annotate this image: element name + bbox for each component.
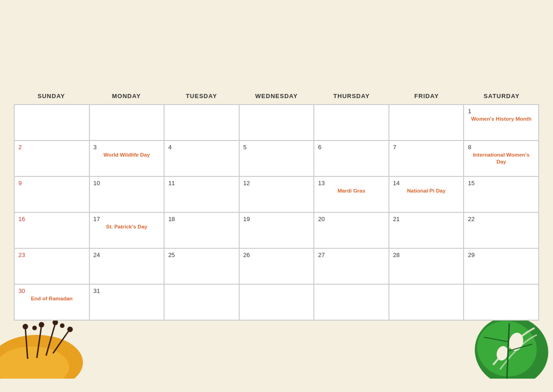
cell-date: 15 <box>468 180 535 187</box>
cell-date: 18 <box>168 216 235 222</box>
calendar-cell: 9 <box>14 176 89 212</box>
calendar-cell: 11 <box>164 176 239 212</box>
calendar-cell: 22 <box>464 212 539 248</box>
deco-bottom-left <box>0 316 101 380</box>
calendar-cell: 4 <box>164 140 239 176</box>
cell-date: 16 <box>18 216 85 222</box>
calendar-cell: 26 <box>239 248 314 284</box>
cell-date: 21 <box>393 216 460 222</box>
calendar-cell: 19 <box>239 212 314 248</box>
cell-date: 1 <box>468 108 535 115</box>
calendar-cell: 14National Pi Day <box>389 176 464 212</box>
calendar-cell <box>239 105 314 140</box>
cell-date: 17 <box>94 216 160 222</box>
cell-date: 27 <box>318 252 385 258</box>
footer <box>0 321 553 380</box>
calendar-cell: 25 <box>164 248 239 284</box>
calendar-cell: 15 <box>464 176 539 212</box>
day-header-saturday: SATURDAY <box>464 90 539 102</box>
cell-date: 29 <box>468 252 535 258</box>
calendar-cell <box>389 284 464 320</box>
svg-point-30 <box>39 322 44 328</box>
svg-point-32 <box>23 324 28 329</box>
calendar-cell: 20 <box>314 212 389 248</box>
header <box>0 0 553 90</box>
day-header-tuesday: TUESDAY <box>164 90 239 102</box>
cell-date: 5 <box>243 144 310 151</box>
cell-date: 31 <box>94 287 160 294</box>
cell-date: 25 <box>168 252 235 258</box>
calendar-cell: 29 <box>464 248 539 284</box>
calendar-cell: 10 <box>89 176 165 212</box>
svg-point-35 <box>60 323 65 328</box>
cell-date: 11 <box>168 180 235 187</box>
calendar-cell: 2 <box>14 140 89 176</box>
calendar-cell: 1Women's History Month <box>464 105 539 140</box>
cell-event: World Wildlife Day <box>94 152 160 158</box>
calendar-cell: 27 <box>314 248 389 284</box>
cell-date: 2 <box>18 144 85 151</box>
calendar-cell: 23 <box>14 248 89 284</box>
calendar-cell <box>389 105 464 140</box>
cell-date: 26 <box>243 252 310 258</box>
calendar-cell: 8International Women's Day <box>464 140 539 176</box>
calendar-cell: 3World Wildlife Day <box>89 140 165 176</box>
calendar-cell: 7 <box>389 140 464 176</box>
cell-date: 23 <box>18 252 85 258</box>
cell-date: 22 <box>468 216 535 222</box>
svg-point-33 <box>67 327 73 332</box>
calendar-cell: 6 <box>314 140 389 176</box>
cell-date: 20 <box>318 216 385 222</box>
svg-point-34 <box>32 326 37 330</box>
cell-event: National Pi Day <box>393 187 460 194</box>
cell-event: St. Patrick's Day <box>94 223 160 230</box>
calendar-cell: 31 <box>89 284 165 320</box>
calendar-cell: 30End of Ramadan <box>14 284 89 320</box>
day-header-friday: FRIDAY <box>389 90 464 102</box>
day-headers: SUNDAYMONDAYTUESDAYWEDNESDAYTHURSDAYFRID… <box>14 90 539 102</box>
cell-event: End of Ramadan <box>18 295 85 302</box>
calendar-cell <box>464 284 539 320</box>
calendar-cell <box>89 105 165 140</box>
cell-date: 14 <box>393 180 460 187</box>
calendar-grid: 1Women's History Month23World Wildlife D… <box>14 104 539 321</box>
calendar-cell: 21 <box>389 212 464 248</box>
cell-date: 9 <box>18 180 85 187</box>
calendar-cell: 17St. Patrick's Day <box>89 212 165 248</box>
day-header-monday: MONDAY <box>89 90 164 102</box>
cell-date: 13 <box>318 180 385 187</box>
cell-date: 3 <box>94 144 160 151</box>
cell-date: 4 <box>168 144 235 151</box>
cell-event: Women's History Month <box>468 116 535 123</box>
cell-date: 10 <box>94 180 160 187</box>
calendar-cell <box>164 284 239 320</box>
calendar-cell: 18 <box>164 212 239 248</box>
day-header-sunday: SUNDAY <box>14 90 89 102</box>
cell-event: International Women's Day <box>468 152 535 165</box>
cell-date: 19 <box>243 216 310 222</box>
day-header-wednesday: WEDNESDAY <box>239 90 314 102</box>
calendar-cell: 13Mardi Gras <box>314 176 389 212</box>
calendar-cell: 24 <box>89 248 165 284</box>
day-header-thursday: THURSDAY <box>314 90 389 102</box>
calendar-cell: 28 <box>389 248 464 284</box>
cell-event: Mardi Gras <box>318 187 385 194</box>
calendar-cell: 5 <box>239 140 314 176</box>
calendar-cell: 16 <box>14 212 89 248</box>
calendar-cell <box>314 105 389 140</box>
cell-date: 12 <box>243 180 310 187</box>
calendar-cell <box>164 105 239 140</box>
calendar-cell <box>314 284 389 320</box>
deco-bottom-right <box>456 314 548 380</box>
cell-date: 6 <box>318 144 385 151</box>
cell-date: 8 <box>468 144 535 151</box>
cell-date: 28 <box>393 252 460 258</box>
calendar-cell: 12 <box>239 176 314 212</box>
calendar-cell <box>239 284 314 320</box>
calendar-section: SUNDAYMONDAYTUESDAYWEDNESDAYTHURSDAYFRID… <box>0 90 553 321</box>
cell-date: 7 <box>393 144 460 151</box>
calendar-cell <box>14 105 89 140</box>
cell-date: 30 <box>18 287 85 294</box>
cell-date: 24 <box>94 252 160 258</box>
